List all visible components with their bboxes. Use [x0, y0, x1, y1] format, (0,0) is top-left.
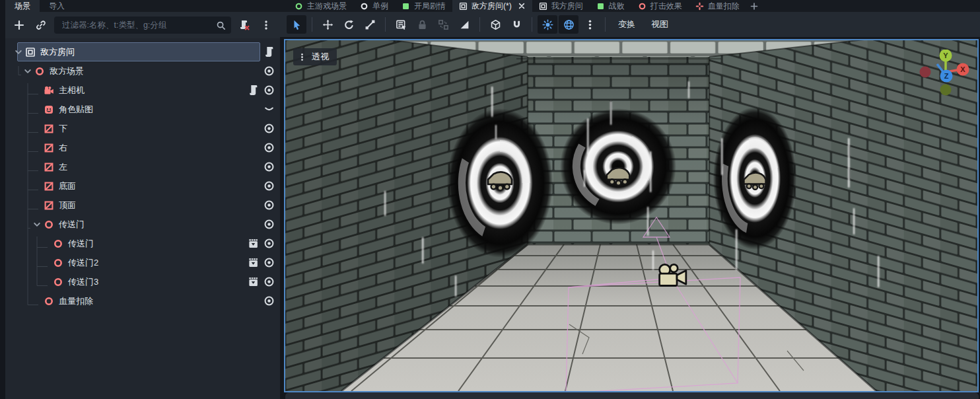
row-buttons	[263, 104, 280, 115]
tree-row[interactable]: 主相机	[5, 81, 280, 100]
tree-row[interactable]: 敌方场景	[5, 61, 280, 81]
tree-row[interactable]: 敌方房间	[5, 42, 280, 61]
toolbar-separator	[532, 17, 532, 32]
eye-icon[interactable]	[263, 257, 275, 268]
plus-icon	[750, 2, 758, 11]
expand-viewport-icon[interactable]	[966, 1, 976, 11]
mesh-icon	[44, 200, 54, 211]
close-icon[interactable]	[518, 2, 526, 10]
snap-toggle[interactable]	[507, 15, 526, 34]
svg-text:Z: Z	[944, 72, 949, 80]
eye-icon[interactable]	[263, 85, 275, 96]
node2d-icon	[596, 2, 605, 11]
node3d-icon	[360, 2, 368, 11]
instance-scene-button[interactable]	[32, 17, 50, 34]
bottom-panel-edge[interactable]	[285, 392, 979, 399]
script-icon[interactable]	[263, 46, 275, 57]
scene-tab[interactable]: 敌方房间(*)	[452, 0, 532, 12]
scene-tab[interactable]: 单例	[353, 0, 395, 12]
row-buttons	[263, 200, 280, 211]
lock-selected-button[interactable]	[412, 15, 432, 34]
scene-tab[interactable]: 打击效果	[631, 0, 689, 12]
scene-tab[interactable]: 开局剧情	[395, 0, 452, 12]
link-icon	[36, 20, 46, 30]
eye-icon[interactable]	[263, 65, 275, 77]
toolbar-menu[interactable]: 视图	[644, 18, 676, 30]
magnet-icon	[511, 19, 522, 30]
eye-icon[interactable]	[263, 123, 275, 134]
tree-row[interactable]: 传送门2	[5, 253, 280, 272]
eye-icon[interactable]	[263, 142, 275, 153]
move-tool[interactable]	[318, 15, 337, 34]
tree-row[interactable]: 传送门	[5, 234, 280, 253]
mesh-icon	[44, 143, 54, 153]
node3d-icon	[53, 238, 63, 249]
tree-menu-button[interactable]	[258, 17, 275, 34]
mesh-icon	[44, 124, 54, 134]
eye-icon[interactable]	[263, 180, 275, 192]
eye-icon[interactable]	[263, 161, 275, 172]
tree-row[interactable]: 传送门3	[5, 272, 280, 291]
eye-icon[interactable]	[263, 219, 275, 230]
chevron-down-icon[interactable]	[22, 66, 33, 77]
tree-node-label: 角色贴图	[59, 104, 93, 116]
ruler-tool[interactable]	[454, 15, 474, 34]
3d-viewport[interactable]: 透视 Y X Z	[284, 39, 979, 392]
chevron-down-icon[interactable]	[32, 219, 42, 230]
scene-tab[interactable]: 战败	[590, 0, 631, 12]
scene-tab[interactable]: 血量扣除	[689, 0, 746, 12]
dock-tab[interactable]: 场景	[5, 0, 40, 12]
tree-row[interactable]: 传送门	[5, 215, 280, 234]
rotate-tool[interactable]	[339, 15, 359, 34]
dock-tab[interactable]: 导入	[40, 0, 74, 12]
local-space-toggle[interactable]	[485, 15, 505, 34]
main-editor-area: 主游戏场景单例开局剧情敌方房间(*)我方房间战败打击效果血量扣除 变换视图	[280, 0, 980, 399]
scale-tool[interactable]	[360, 15, 380, 34]
filter-input[interactable]	[61, 20, 216, 30]
tree-row[interactable]: 血量扣除	[5, 291, 280, 310]
instance-icon[interactable]	[248, 276, 259, 287]
add-node-button[interactable]	[11, 17, 28, 34]
tree-row[interactable]: 角色贴图	[5, 100, 280, 119]
toolbar-menu[interactable]: 变换	[611, 18, 643, 30]
eye-icon[interactable]	[263, 276, 275, 287]
tree-node-label: 敌方场景	[50, 65, 84, 77]
tree-node-label: 左	[59, 161, 67, 173]
row-buttons	[263, 142, 280, 153]
viewport-icon	[539, 2, 547, 11]
chevron-down-icon[interactable]	[13, 47, 24, 57]
sun-environment-menu[interactable]	[580, 15, 600, 34]
group-icon	[438, 19, 449, 30]
group-selected-button[interactable]	[433, 15, 453, 34]
scene-tab-label: 战败	[609, 1, 625, 12]
preview-environment-toggle[interactable]	[559, 15, 578, 34]
eye-icon[interactable]	[263, 200, 275, 211]
script-x-icon	[239, 20, 250, 30]
scene-tab-label: 开局剧情	[414, 1, 446, 12]
node3d-icon	[295, 2, 303, 11]
new-scene-tab-button[interactable]	[746, 0, 762, 12]
tree-row[interactable]: 底面	[5, 176, 280, 196]
tree-row[interactable]: 下	[5, 119, 280, 138]
view-menu[interactable]: 透视	[293, 48, 337, 65]
instance-icon[interactable]	[248, 257, 259, 268]
select-tool[interactable]	[287, 15, 306, 34]
scene-dock: 场景导入 敌方房间敌方场景主相机角色贴图下右左底面顶面传送门传送门传送门2传送门…	[0, 0, 280, 399]
tree-row[interactable]: 右	[5, 138, 280, 157]
eye-icon[interactable]	[263, 295, 275, 307]
instance-icon[interactable]	[248, 238, 259, 249]
list-select-tool[interactable]	[391, 15, 411, 34]
scene-tab-label: 主游戏场景	[307, 1, 347, 12]
eye-closed-icon[interactable]	[263, 104, 275, 115]
script-icon[interactable]	[248, 85, 259, 96]
scene-tab[interactable]: 主游戏场景	[288, 0, 353, 12]
tree-row[interactable]: 顶面	[5, 196, 280, 215]
axis-gizmo[interactable]: Y X Z	[919, 50, 975, 110]
detach-script-button[interactable]	[236, 17, 253, 34]
node3d-icon	[44, 296, 54, 307]
dock-menu-icon[interactable]	[268, 1, 279, 11]
eye-icon[interactable]	[263, 238, 275, 249]
preview-sun-toggle[interactable]	[538, 15, 557, 34]
scene-tab[interactable]: 我方房间	[532, 0, 590, 12]
tree-row[interactable]: 左	[5, 157, 280, 176]
